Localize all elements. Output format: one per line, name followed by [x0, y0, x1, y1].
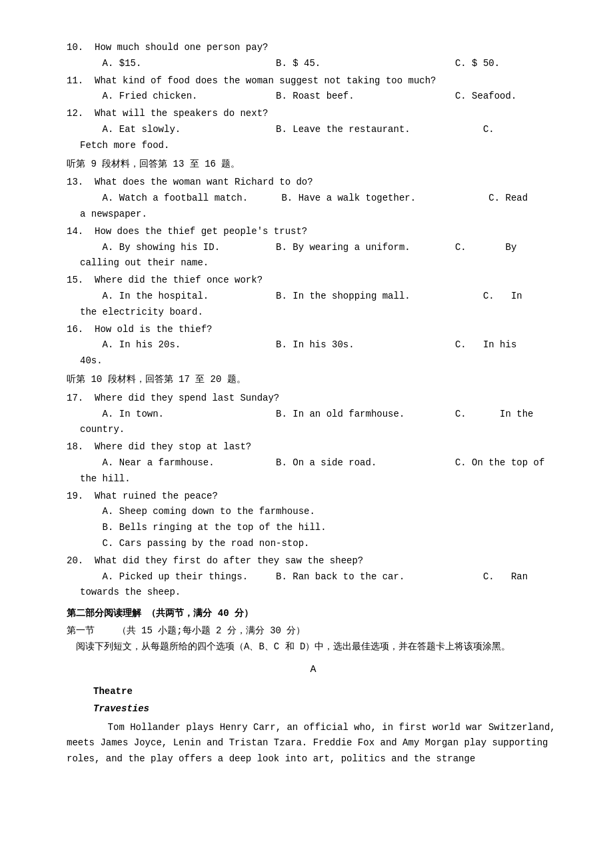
- q14-opt1: A. By showing his ID. B. By wearing a un…: [67, 240, 560, 256]
- question-14: 14. How does the thief get people's trus…: [67, 224, 560, 271]
- q13-text: 13. What does the woman want Richard to …: [67, 175, 560, 191]
- q16-opt2: 40s.: [67, 353, 560, 369]
- q19-opt2: B. Bells ringing at the top of the hill.: [67, 520, 560, 536]
- theatre-block: Theatre Travesties Tom Hollander plays H…: [67, 684, 560, 767]
- questions-section: 10. How much should one person pay? A. $…: [67, 40, 560, 601]
- q18-text: 18. Where did they stop at last?: [67, 439, 560, 455]
- theatre-title: Theatre: [67, 684, 560, 700]
- q11-opt1: A. Fried chicken. B. Roast beef. C. Seaf…: [67, 89, 560, 105]
- part2-section1-header: 第一节 （共 15 小题;每小题 2 分，满分 30 分）: [67, 623, 560, 639]
- q11-text: 11. What kind of food does the woman sug…: [67, 73, 560, 89]
- q17-opt1: A. In town. B. In an old farmhouse. C. I…: [67, 407, 560, 423]
- q19-opt1: A. Sheep coming down to the farmhouse.: [67, 504, 560, 520]
- theatre-subtitle: Travesties: [67, 701, 560, 717]
- part2-section: 第二部分阅读理解 （共两节，满分 40 分） 第一节 （共 15 小题;每小题 …: [67, 606, 560, 767]
- question-19: 19. What ruined the peace? A. Sheep comi…: [67, 489, 560, 552]
- q16-opt1: A. In his 20s. B. In his 30s. C. In his: [67, 337, 560, 353]
- q12-text: 12. What will the speakers do next?: [67, 106, 560, 122]
- part2-header: 第二部分阅读理解 （共两节，满分 40 分）: [67, 606, 560, 622]
- question-15: 15. Where did the thief once work? A. In…: [67, 273, 560, 320]
- q10-opt1: A. $15. B. $ 45. C. $ 50.: [67, 56, 560, 72]
- question-11: 11. What kind of food does the woman sug…: [67, 73, 560, 105]
- q17-opt2: country.: [67, 422, 560, 438]
- question-17: 17. Where did they spend last Sunday? A.…: [67, 391, 560, 438]
- q13-opt1: A. Watch a football match. B. Have a wal…: [67, 191, 560, 207]
- q15-text: 15. Where did the thief once work?: [67, 273, 560, 289]
- part2-instruction: 阅读下列短文，从每题所给的四个选项（A、B、C 和 D）中，选出最佳选项，并在答…: [67, 639, 560, 655]
- theatre-text: Tom Hollander plays Henry Carr, an offic…: [67, 720, 560, 767]
- q16-text: 16. How old is the thief?: [67, 322, 560, 338]
- q20-opt1: A. Picked up their things. B. Ran back t…: [67, 569, 560, 585]
- q20-text: 20. What did they first do after they sa…: [67, 553, 560, 569]
- main-content: 10. How much should one person pay? A. $…: [67, 40, 560, 767]
- question-20: 20. What did they first do after they sa…: [67, 553, 560, 601]
- q19-text: 19. What ruined the peace?: [67, 489, 560, 505]
- section10-header: 听第 10 段材料，回答第 17 至 20 题。: [67, 372, 560, 388]
- q10-text: 10. How much should one person pay?: [67, 40, 560, 56]
- q12-opt2: Fetch more food.: [67, 138, 560, 154]
- question-18: 18. Where did they stop at last? A. Near…: [67, 439, 560, 487]
- question-13: 13. What does the woman want Richard to …: [67, 175, 560, 222]
- q12-opt1: A. Eat slowly. B. Leave the restaurant. …: [67, 122, 560, 138]
- q19-opt3: C. Cars passing by the road non-stop.: [67, 536, 560, 552]
- q18-opt1: A. Near a farmhouse. B. On a side road. …: [67, 455, 560, 471]
- question-12: 12. What will the speakers do next? A. E…: [67, 106, 560, 153]
- section9-header: 听第 9 段材料，回答第 13 至 16 题。: [67, 157, 560, 173]
- question-16: 16. How old is the thief? A. In his 20s.…: [67, 322, 560, 369]
- q15-opt1: A. In the hospital. B. In the shopping m…: [67, 289, 560, 305]
- q17-text: 17. Where did they spend last Sunday?: [67, 391, 560, 407]
- q13-opt2: a newspaper.: [67, 207, 560, 223]
- q14-opt2: calling out their name.: [67, 255, 560, 271]
- question-10: 10. How much should one person pay? A. $…: [67, 40, 560, 72]
- q20-opt2: towards the sheep.: [67, 585, 560, 601]
- passage-label: A: [67, 661, 560, 679]
- q18-opt2: the hill.: [67, 471, 560, 487]
- q15-opt2: the electricity board.: [67, 305, 560, 321]
- q14-text: 14. How does the thief get people's trus…: [67, 224, 560, 240]
